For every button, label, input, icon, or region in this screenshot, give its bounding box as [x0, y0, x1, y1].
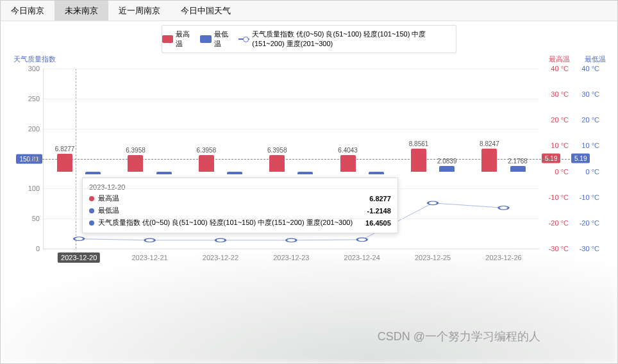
bar-low[interactable]: [510, 166, 526, 172]
tab-week-nanjing[interactable]: 近一周南京: [108, 1, 171, 21]
right-tick-high: -20 °C: [543, 219, 569, 227]
y-axis-title-right1: 最高温: [549, 54, 570, 64]
bar-high[interactable]: [57, 154, 72, 171]
right-tick-low: 30 °C: [574, 90, 599, 98]
legend-aqi-label: 天气质量指数 优(0~50) 良(51~100) 轻度(101~150) 中度(…: [252, 29, 456, 49]
bar-high[interactable]: [340, 155, 356, 172]
right-tick-high: 40 °C: [543, 65, 569, 72]
bar-low[interactable]: [439, 166, 455, 171]
bar-high-label: 6.3958: [126, 147, 146, 154]
bar-high-label: 6.3958: [267, 147, 287, 154]
x-tick: 2023-12-23: [273, 254, 309, 261]
bar-low-label: 2.0839: [437, 158, 457, 165]
tabs: 今日南京 未来南京 近一周南京 今日中国天气: [1, 1, 617, 21]
right-tick-high: -10 °C: [543, 194, 569, 201]
left-tick: 300: [28, 65, 40, 72]
legend-high-label: 最高温: [176, 29, 192, 49]
watermark: CSDN @一个努力学习编程的人: [378, 329, 540, 344]
right-tick-high: -30 °C: [543, 245, 569, 252]
x-tick: 2023-12-26: [485, 254, 521, 261]
marker-right-low: 5.19: [571, 153, 590, 163]
right-tick-high: 0 °C: [543, 168, 569, 176]
y-axis-title-left: 天气质量指数: [13, 54, 56, 64]
right-tick-high: 30 °C: [543, 90, 569, 98]
legend-low[interactable]: 最低温: [200, 29, 230, 49]
bar-high-label: 8.8561: [409, 140, 429, 147]
bar-low[interactable]: [85, 172, 101, 175]
legend-low-label: 最低温: [214, 29, 231, 49]
bar-high-label: 6.4043: [338, 147, 358, 154]
tab-future-nanjing[interactable]: 未来南京: [54, 1, 108, 21]
legend-aqi[interactable]: 天气质量指数 优(0~50) 良(51~100) 轻度(101~150) 中度(…: [238, 29, 456, 49]
right-tick-low: -30 °C: [574, 245, 599, 252]
bar-low[interactable]: [369, 172, 384, 174]
bar-low-label: 2.1768: [508, 158, 528, 165]
bar-high[interactable]: [269, 155, 285, 172]
right-tick-high: 10 °C: [543, 142, 569, 149]
right-tick-low: 10 °C: [574, 142, 599, 149]
right-tick-low: 20 °C: [574, 116, 599, 124]
legend-high[interactable]: 最高温: [162, 29, 192, 49]
right-tick-low: 0 °C: [574, 168, 599, 176]
plot-area[interactable]: 150.81 5.19 5.19 2023-12-20 最高温6.8277 最低…: [43, 69, 539, 249]
x-tick: 2023-12-22: [203, 254, 238, 261]
bar-low[interactable]: [297, 172, 313, 174]
left-tick: 150: [28, 155, 40, 163]
bar-high-label: 8.8247: [480, 140, 499, 147]
right-tick-high: 20 °C: [543, 116, 569, 124]
chart-legend: 最高温 最低温 天气质量指数 优(0~50) 良(51~100) 轻度(101~…: [162, 25, 456, 53]
tab-china-weather[interactable]: 今日中国天气: [171, 1, 241, 21]
bar-high[interactable]: [128, 155, 143, 172]
tab-today-nanjing[interactable]: 今日南京: [1, 1, 54, 21]
y-axis-title-right2: 最低温: [585, 54, 606, 64]
background-image: [1, 254, 617, 363]
left-tick: 50: [32, 215, 40, 222]
bar-low[interactable]: [227, 172, 242, 174]
bar-high[interactable]: [199, 155, 214, 172]
bar-high-label: 6.3958: [197, 147, 217, 154]
marker-right-high: 5.19: [542, 153, 560, 163]
x-tick: 2023-12-20: [58, 252, 100, 263]
left-tick: 250: [28, 95, 40, 103]
bar-high-label: 6.8277: [55, 145, 75, 153]
chart[interactable]: 天气质量指数 最高温 最低温 150.81 5.19 5.19 2023-12-…: [7, 57, 611, 269]
bar-low[interactable]: [156, 172, 172, 174]
x-tick: 2023-12-24: [344, 254, 380, 261]
x-tick: 2023-12-25: [415, 254, 451, 261]
right-tick-low: -20 °C: [574, 219, 599, 227]
x-tick: 2023-12-21: [131, 254, 167, 261]
right-tick-low: -10 °C: [574, 194, 599, 201]
left-tick: 0: [36, 245, 40, 252]
bar-high[interactable]: [481, 149, 497, 171]
right-tick-low: 40 °C: [574, 65, 599, 72]
bar-high[interactable]: [411, 149, 426, 172]
left-tick: 100: [28, 185, 40, 192]
left-tick: 200: [28, 125, 40, 133]
